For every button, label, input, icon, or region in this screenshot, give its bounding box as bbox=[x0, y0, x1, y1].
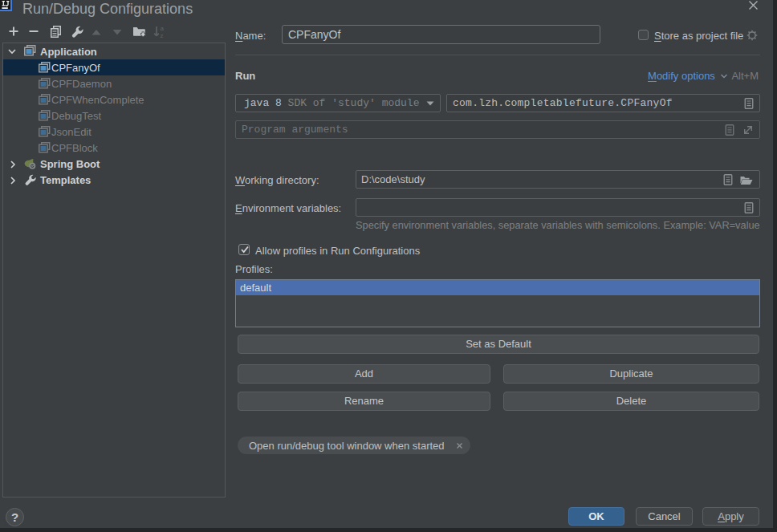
svg-text:z: z bbox=[161, 32, 164, 39]
